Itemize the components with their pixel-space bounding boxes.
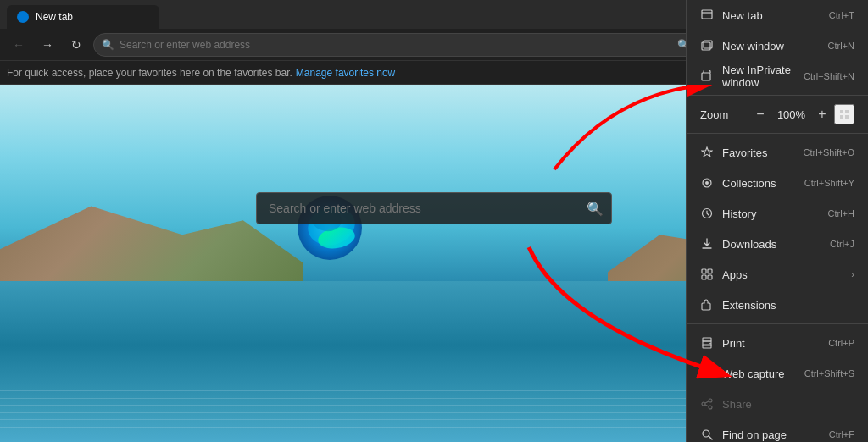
address-input[interactable] — [93, 33, 698, 57]
menu-item-apps[interactable]: Apps › — [687, 259, 868, 290]
menu-item-history[interactable]: History Ctrl+H — [687, 198, 868, 229]
zoom-out-button[interactable]: − — [748, 102, 772, 126]
zoom-in-button[interactable]: + — [810, 102, 834, 126]
new-window-shortcut: Ctrl+N — [828, 41, 854, 51]
fav-bar-text: For quick access, place your favorites h… — [7, 67, 292, 79]
svg-point-25 — [709, 406, 712, 409]
svg-point-22 — [705, 372, 709, 375]
collections-menu-icon — [700, 176, 714, 190]
new-window-icon — [700, 39, 714, 52]
new-tab-shortcut: Ctrl+T — [829, 10, 854, 20]
svg-rect-6 — [702, 10, 712, 19]
collections-menu-label: Collections — [722, 177, 796, 190]
main-search-icon: 🔍 — [587, 200, 604, 216]
find-menu-icon — [700, 428, 714, 441]
new-tab-icon — [700, 8, 714, 22]
address-search-icon: 🔍 — [102, 39, 114, 51]
collections-shortcut: Ctrl+Shift+Y — [804, 178, 854, 188]
inprivate-icon — [700, 69, 714, 83]
inprivate-shortcut: Ctrl+Shift+N — [804, 71, 854, 81]
svg-rect-21 — [702, 370, 712, 377]
svg-rect-18 — [703, 338, 711, 341]
zoom-label: Zoom — [700, 108, 748, 121]
new-tab-label: New tab — [722, 9, 821, 22]
separator-3 — [687, 323, 868, 324]
apps-menu-label: Apps — [722, 268, 843, 281]
menu-item-favorites[interactable]: Favorites Ctrl+Shift+O — [687, 137, 868, 168]
downloads-menu-label: Downloads — [722, 238, 821, 251]
menu-item-inprivate[interactable]: New InPrivate window Ctrl+Shift+N — [687, 61, 868, 91]
main-search-bar: 🔍 — [256, 192, 612, 224]
menu-item-downloads[interactable]: Downloads Ctrl+J — [687, 229, 868, 259]
menu-item-find[interactable]: Find on page Ctrl+F — [687, 419, 868, 442]
zoom-value: 100% — [772, 108, 810, 121]
menu-item-collections[interactable]: Collections Ctrl+Shift+Y — [687, 168, 868, 198]
tab-title: New tab — [36, 11, 73, 23]
menu-item-share[interactable]: Share — [687, 389, 868, 419]
menu-item-new-tab[interactable]: New tab Ctrl+T — [687, 0, 868, 30]
print-menu-label: Print — [722, 337, 820, 350]
main-search-input[interactable] — [256, 192, 612, 224]
downloads-shortcut: Ctrl+J — [830, 239, 854, 249]
menu-item-print[interactable]: Print Ctrl+P — [687, 328, 868, 358]
separator-2 — [687, 133, 868, 134]
history-menu-icon — [700, 207, 714, 220]
find-menu-label: Find on page — [722, 428, 821, 441]
print-menu-icon — [700, 336, 714, 350]
menu-item-new-window[interactable]: New window Ctrl+N — [687, 30, 868, 61]
svg-rect-15 — [708, 269, 712, 273]
share-menu-label: Share — [722, 398, 854, 411]
history-shortcut: Ctrl+H — [828, 208, 854, 218]
webcapture-menu-icon — [700, 367, 714, 380]
svg-rect-17 — [708, 275, 712, 279]
context-menu: New tab Ctrl+T New window Ctrl+N New InP… — [686, 0, 868, 442]
svg-point-23 — [709, 399, 712, 402]
favorites-shortcut: Ctrl+Shift+O — [803, 147, 854, 157]
manage-favorites-link[interactable]: Manage favorites now — [296, 67, 395, 79]
browser-frame: New tab ← → ↻ 🔍 🔍 TP ↻ ☆ ◫ 👤 ⋯ For quick… — [0, 0, 868, 442]
favorites-menu-icon — [700, 146, 714, 159]
separator-1 — [687, 95, 868, 96]
zoom-row: Zoom − 100% + — [687, 99, 868, 130]
share-menu-icon — [700, 397, 714, 411]
extensions-menu-icon — [700, 298, 714, 312]
menu-item-webcapture[interactable]: Web capture Ctrl+Shift+S — [687, 358, 868, 389]
refresh-button[interactable]: ↻ — [64, 33, 88, 57]
new-window-label: New window — [722, 40, 820, 52]
svg-rect-14 — [702, 269, 706, 273]
svg-point-24 — [702, 402, 705, 406]
forward-button[interactable]: → — [36, 33, 59, 57]
active-tab[interactable]: New tab — [7, 5, 159, 29]
svg-point-20 — [709, 343, 711, 345]
zoom-expand-button[interactable] — [834, 104, 854, 124]
favorites-menu-label: Favorites — [722, 146, 794, 159]
svg-point-12 — [705, 181, 709, 185]
print-shortcut: Ctrl+P — [828, 338, 854, 348]
webcapture-menu-label: Web capture — [722, 367, 796, 380]
address-bar-wrap: 🔍 🔍 — [93, 33, 698, 57]
apps-menu-icon — [700, 268, 714, 281]
menu-item-extensions[interactable]: Extensions — [687, 290, 868, 320]
extensions-menu-label: Extensions — [722, 299, 854, 312]
svg-line-27 — [709, 436, 712, 439]
history-menu-label: History — [722, 207, 820, 220]
find-shortcut: Ctrl+F — [829, 429, 854, 439]
webcapture-shortcut: Ctrl+Shift+S — [804, 368, 854, 378]
svg-rect-10 — [702, 73, 710, 80]
downloads-menu-icon — [700, 237, 714, 251]
tab-favicon — [17, 11, 29, 23]
inprivate-label: New InPrivate window — [722, 64, 795, 89]
back-button[interactable]: ← — [7, 33, 31, 57]
svg-rect-16 — [702, 275, 706, 279]
apps-arrow: › — [851, 269, 854, 279]
